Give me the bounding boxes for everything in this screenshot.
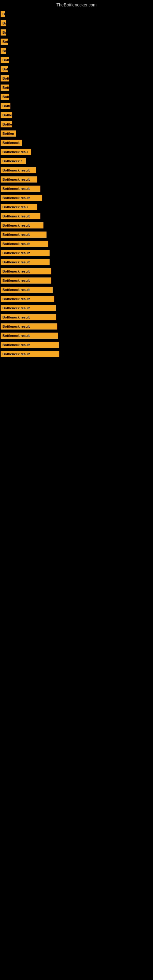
list-item: Bottleneck result <box>0 340 153 349</box>
bottleneck-badge[interactable]: Bottle <box>1 112 12 118</box>
list-item: Bottleneck <box>0 138 153 147</box>
bottleneck-badge[interactable]: Bo <box>1 29 6 35</box>
bottleneck-badge[interactable]: Bottleneck result <box>1 167 36 173</box>
bottleneck-badge[interactable]: Bot <box>1 66 8 72</box>
list-item: Bottle <box>0 120 153 129</box>
list-item: Bottleneck result <box>0 212 153 221</box>
bottleneck-badge[interactable]: Bottleneck result <box>1 296 54 302</box>
bottleneck-badge[interactable]: Bottleneck result <box>1 314 56 320</box>
bottleneck-badge[interactable]: Bott <box>1 75 9 81</box>
list-item: B <box>0 10 153 18</box>
bottleneck-badge[interactable]: Bottleneck result <box>1 268 51 274</box>
bottleneck-badge[interactable]: Bo <box>1 20 6 26</box>
list-item: Bottleneck result <box>0 285 153 294</box>
list-item: Bottleneck result <box>0 267 153 275</box>
list-item: Bottleneck result <box>0 240 153 248</box>
bottleneck-badge[interactable]: Bott <box>1 57 9 63</box>
bottleneck-badge[interactable]: Bottl <box>1 103 10 109</box>
list-item: Bottleneck result <box>0 194 153 202</box>
list-item: Bottl <box>0 102 153 110</box>
site-title-text: TheBottlenecker.com <box>56 2 97 7</box>
bottleneck-badge[interactable]: Bottleneck result <box>1 232 46 238</box>
list-item: Bottle <box>0 111 153 119</box>
bottleneck-badge[interactable]: Bottleneck result <box>1 177 37 183</box>
bottleneck-badge[interactable]: Bottleneck result <box>1 250 49 256</box>
bottleneck-badge[interactable]: Bo <box>1 48 6 54</box>
bottleneck-badge[interactable]: Bott <box>1 84 9 91</box>
list-item: Bott <box>0 74 153 83</box>
list-item: Bottleneck result <box>0 313 153 321</box>
list-item: Bottleneck result <box>0 185 153 193</box>
bottleneck-badge[interactable]: Bottleneck result <box>1 286 53 293</box>
list-item: Bottleneck result <box>0 276 153 285</box>
list-item: Bottleneck r <box>0 157 153 165</box>
list-item: Bottleneck resu <box>0 148 153 156</box>
site-title: TheBottlenecker.com <box>0 0 153 9</box>
list-item: Bottleneck result <box>0 230 153 239</box>
list-item: Bottleneck result <box>0 350 153 358</box>
list-item: Bottleneck result <box>0 322 153 331</box>
list-item: Bot <box>0 37 153 46</box>
list-item: Bottleneck result <box>0 331 153 340</box>
list-item: Bott <box>0 56 153 64</box>
bottleneck-badge[interactable]: Bottleneck result <box>1 195 42 201</box>
rows-container: BBoBoBotBoBottBotBottBottBottBottlBottle… <box>0 9 153 360</box>
list-item: Bo <box>0 19 153 27</box>
bottleneck-badge[interactable]: Bottle <box>1 121 12 127</box>
bottleneck-badge[interactable]: Bottlen <box>1 130 16 137</box>
bottleneck-badge[interactable]: Bottleneck result <box>1 332 58 339</box>
bottleneck-badge[interactable]: Bott <box>1 94 9 100</box>
list-item: Bottleneck result <box>0 294 153 303</box>
list-item: Bot <box>0 65 153 73</box>
list-item: Bo <box>0 46 153 55</box>
bottleneck-badge[interactable]: Bottleneck r <box>1 158 26 164</box>
bottleneck-badge[interactable]: Bottleneck resu <box>1 204 37 210</box>
list-item: Bottleneck result <box>0 221 153 230</box>
bottleneck-badge[interactable]: Bottleneck result <box>1 186 40 192</box>
bottleneck-badge[interactable]: Bottleneck result <box>1 277 51 283</box>
list-item: Bott <box>0 83 153 92</box>
list-item: Bottleneck result <box>0 258 153 266</box>
list-item: Bottleneck resu <box>0 203 153 211</box>
list-item: Bottleneck result <box>0 175 153 184</box>
bottleneck-badge[interactable]: Bottleneck result <box>1 323 57 329</box>
list-item: Bo <box>0 28 153 37</box>
list-item: Bottleneck result <box>0 249 153 257</box>
list-item: Bottlen <box>0 129 153 138</box>
bottleneck-badge[interactable]: Bottleneck result <box>1 222 43 229</box>
list-item: Bottleneck result <box>0 166 153 175</box>
bottleneck-badge[interactable]: Bottleneck result <box>1 305 56 311</box>
list-item: Bottleneck result <box>0 304 153 312</box>
bottleneck-badge[interactable]: Bot <box>1 38 8 45</box>
bottleneck-badge[interactable]: Bottleneck resu <box>1 149 31 155</box>
bottleneck-badge[interactable]: Bottleneck result <box>1 259 49 265</box>
bottleneck-badge[interactable]: Bottleneck result <box>1 351 59 357</box>
bottleneck-badge[interactable]: Bottleneck <box>1 140 22 146</box>
list-item: Bott <box>0 92 153 101</box>
bottleneck-badge[interactable]: Bottleneck result <box>1 241 48 247</box>
bottleneck-badge[interactable]: Bottleneck result <box>1 342 59 348</box>
bottleneck-badge[interactable]: Bottleneck result <box>1 213 40 219</box>
bottleneck-badge[interactable]: B <box>1 11 5 17</box>
